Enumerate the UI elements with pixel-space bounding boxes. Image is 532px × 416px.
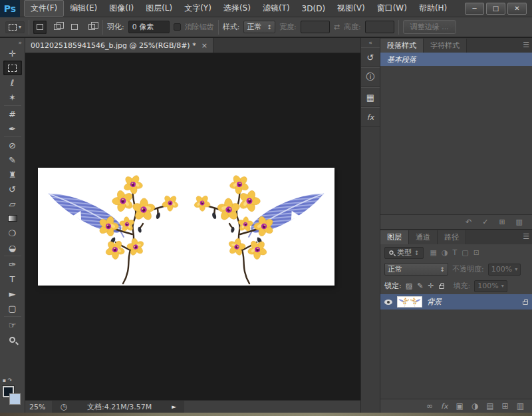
adjustment-filter-icon[interactable]: ◑ — [442, 248, 448, 257]
menu-window[interactable]: 窗口(W) — [371, 1, 413, 16]
status-menu-arrow-icon[interactable]: ► — [172, 403, 176, 410]
blur-tool[interactable]: ❍ — [3, 226, 22, 240]
zoom-level[interactable]: 25% — [29, 403, 45, 411]
toolbar-collapse-icon[interactable]: » — [18, 39, 25, 46]
tab-character-styles[interactable]: 字符样式 — [424, 39, 467, 53]
rectangular-marquee-tool[interactable] — [3, 61, 22, 75]
feather-input[interactable]: 0 像素 — [128, 21, 170, 33]
lock-position-icon[interactable]: ✛ — [428, 282, 434, 290]
link-layers-icon[interactable]: ∞ — [426, 401, 433, 411]
history-panel-button[interactable]: ↺ — [361, 47, 380, 67]
add-selection-button[interactable] — [51, 21, 64, 34]
swatches-panel-button[interactable]: ▦ — [361, 87, 380, 107]
lock-all-icon[interactable] — [439, 285, 444, 289]
new-group-icon[interactable]: ▤ — [486, 401, 493, 411]
menu-layer[interactable]: 图层(L) — [140, 1, 178, 16]
doc-info-well: ◷ 文档:4.21M/3.57M ► — [52, 401, 184, 413]
layer-filter-select[interactable]: 类型 ↕ — [384, 247, 424, 259]
panel-menu-icon[interactable]: ☰ — [523, 41, 529, 49]
minimize-button[interactable]: ─ — [465, 3, 484, 15]
smart-object-filter-icon[interactable]: ⊡ — [473, 248, 479, 257]
subtract-selection-button[interactable] — [68, 21, 81, 34]
delete-layer-icon[interactable]: ▥ — [517, 401, 524, 411]
menu-help[interactable]: 帮助(H) — [413, 1, 453, 16]
blend-mode-select[interactable]: 正常 ↕ — [384, 263, 448, 276]
apply-style-icon[interactable]: ✓ — [482, 218, 488, 226]
swap-dimensions-icon[interactable]: ⇄ — [334, 23, 340, 31]
opacity-input[interactable]: 100% ▾ — [488, 264, 521, 276]
status-clock-icon[interactable]: ◷ — [60, 402, 66, 411]
tab-layers[interactable]: 图层 — [380, 230, 409, 244]
style-select[interactable]: 正常 ↕ — [243, 21, 275, 33]
dock-expand-icon[interactable]: « — [368, 38, 372, 47]
dodge-tool[interactable]: ◒ — [3, 240, 22, 255]
menu-filter[interactable]: 滤镜(T) — [257, 1, 296, 16]
lock-transparency-icon[interactable]: ▨ — [406, 282, 412, 290]
menu-image[interactable]: 图像(I) — [103, 1, 140, 16]
layer-row-background[interactable]: 背景 — [380, 294, 532, 310]
paragraph-styles-panel: 段落样式 字符样式 ☰ 基本段落 ↶ ✓ ⊞ ▥ — [380, 38, 532, 230]
tab-close-icon[interactable]: × — [201, 41, 207, 50]
tab-channels[interactable]: 通道 — [409, 230, 438, 244]
shape-filter-icon[interactable]: ▢ — [462, 248, 468, 257]
styles-panel-button[interactable]: fx — [361, 107, 380, 127]
crop-tool[interactable]: # — [3, 106, 22, 121]
pen-tool[interactable]: ✑ — [3, 257, 22, 272]
clone-stamp-tool[interactable]: ♜ — [3, 167, 22, 182]
pixel-filter-icon[interactable]: ▦ — [430, 248, 437, 257]
type-filter-icon[interactable]: T — [453, 248, 458, 257]
type-tool[interactable]: T — [3, 272, 22, 286]
fill-input[interactable]: 100% ▾ — [474, 280, 507, 292]
maximize-button[interactable]: □ — [486, 3, 505, 15]
zoom-tool[interactable] — [3, 332, 22, 347]
photoshop-logo: Ps — [0, 0, 20, 17]
style-item-basic-paragraph[interactable]: 基本段落 — [380, 53, 532, 66]
layer-style-icon[interactable]: fx — [441, 402, 448, 411]
quick-selection-tool[interactable]: ✶ — [3, 90, 22, 104]
default-swap-colors-icon[interactable]: ▪ ↷ — [3, 377, 13, 383]
new-layer-icon[interactable]: ⊞ — [502, 401, 509, 411]
info-panel-button[interactable]: ⓘ — [361, 67, 380, 87]
hand-tool[interactable]: ☞ — [3, 317, 22, 332]
eyedropper-tool[interactable]: ✒ — [3, 121, 22, 136]
shape-tool[interactable]: ▢ — [3, 301, 22, 315]
new-selection-button[interactable] — [33, 21, 47, 34]
history-brush-tool[interactable]: ↺ — [3, 182, 22, 196]
refine-edge-button[interactable]: 调整边缘 ... — [403, 20, 456, 34]
menu-edit[interactable]: 编辑(E) — [64, 1, 103, 16]
eraser-tool[interactable]: ▱ — [3, 196, 22, 211]
tab-paths[interactable]: 路径 — [438, 230, 466, 244]
tab-paragraph-styles[interactable]: 段落样式 — [380, 39, 424, 53]
brush-tool[interactable]: ✎ — [3, 152, 22, 167]
delete-style-icon[interactable]: ▥ — [516, 218, 523, 226]
menu-view[interactable]: 视图(V) — [331, 1, 371, 16]
healing-brush-tool[interactable]: ⊘ — [3, 138, 22, 152]
lasso-tool[interactable]: ℓ — [3, 75, 22, 90]
close-button[interactable]: ✕ — [507, 3, 527, 15]
menu-file[interactable]: 文件(F) — [24, 0, 64, 17]
menu-select[interactable]: 选择(S) — [217, 1, 257, 16]
height-input[interactable] — [365, 21, 394, 33]
path-selection-tool[interactable]: ► — [3, 286, 22, 301]
menu-type[interactable]: 文字(Y) — [178, 1, 217, 16]
layer-filter-icons: ▦ ◑ T ▢ ⊡ — [430, 248, 479, 257]
new-style-icon[interactable]: ⊞ — [499, 218, 505, 226]
document-tab[interactable]: 0012025185941546_b.jpg @ 25%(RGB/8#) * × — [25, 38, 213, 53]
move-tool[interactable]: ✛ — [3, 46, 22, 61]
gradient-tool[interactable] — [3, 211, 22, 226]
intersect-selection-button[interactable] — [85, 21, 98, 34]
adjustment-layer-icon[interactable]: ◑ — [471, 401, 478, 411]
layer-mask-icon[interactable]: ▣ — [456, 401, 463, 411]
visibility-eye-icon[interactable] — [384, 300, 392, 305]
lock-pixels-icon[interactable]: ✎ — [417, 282, 423, 290]
menu-3d[interactable]: 3D(D) — [296, 2, 331, 15]
layers-menu-icon[interactable]: ☰ — [523, 232, 529, 241]
width-input[interactable] — [301, 21, 330, 33]
canvas[interactable] — [25, 53, 360, 400]
tool-preset-picker[interactable]: ▾ — [5, 21, 25, 33]
document-area: 0012025185941546_b.jpg @ 25%(RGB/8#) * × — [25, 38, 360, 413]
redefine-style-icon[interactable]: ↶ — [466, 218, 471, 226]
bandage-icon: ⊘ — [9, 140, 16, 150]
antialias-checkbox[interactable] — [174, 23, 181, 31]
background-color[interactable] — [9, 393, 21, 405]
